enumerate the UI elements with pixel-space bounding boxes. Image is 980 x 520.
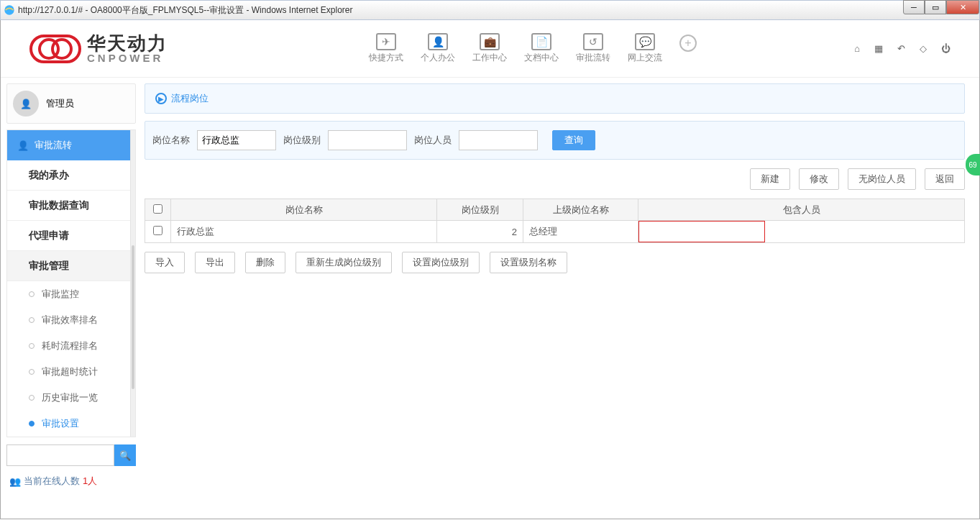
sidebar-item-proxy[interactable]: 代理申请	[7, 221, 135, 251]
topbar: 华天动力 CNPOWER ✈快捷方式 👤个人办公 💼工作中心 📄文档中心 ↺审批…	[1, 20, 979, 78]
window-max-button[interactable]: ▭	[925, 0, 946, 14]
cell-parent: 总经理	[523, 221, 638, 243]
bottom-toolbar: 导入 导出 删除 重新生成岗位级别 设置岗位级别 设置级别名称	[145, 252, 965, 273]
back-button[interactable]: 返回	[925, 168, 965, 190]
nav-quick[interactable]: ✈快捷方式	[369, 33, 403, 64]
nav-add-button[interactable]: +	[679, 35, 697, 52]
setname-button[interactable]: 设置级别名称	[490, 252, 567, 273]
main-panel: ▶ 流程岗位 岗位名称 岗位级别 岗位人员 查询 新建 修改 无岗位人员 返回	[145, 83, 965, 518]
nav-personal[interactable]: 👤个人办公	[421, 33, 455, 64]
power-icon[interactable]: ⏻	[941, 43, 951, 54]
doc-icon: 📄	[531, 33, 551, 50]
reply-icon[interactable]: ↶	[897, 43, 905, 54]
top-icons: ⌂ ▦ ↶ ◇ ⏻	[854, 43, 951, 54]
window-close-button[interactable]: ✕	[946, 0, 979, 14]
sidebar-group-manage[interactable]: 审批管理	[7, 251, 135, 281]
arrow-right-icon: ▶	[155, 93, 167, 104]
toolbar: 新建 修改 无岗位人员 返回	[145, 168, 965, 190]
cell-people-hl	[638, 221, 765, 242]
sidebar-item-myapproval[interactable]: 我的承办	[7, 160, 135, 191]
nav-approval[interactable]: ↺审批流转	[576, 33, 610, 64]
window-min-button[interactable]: ─	[903, 0, 925, 14]
filter-bar: 岗位名称 岗位级别 岗位人员 查询	[145, 121, 965, 160]
col-name: 岗位名称	[171, 199, 437, 221]
edit-button[interactable]: 修改	[799, 168, 839, 190]
home-icon[interactable]: ⌂	[854, 43, 860, 54]
top-nav: ✈快捷方式 👤个人办公 💼工作中心 📄文档中心 ↺审批流转 💬网上交流 +	[369, 33, 697, 64]
user-icon: 👤	[428, 33, 448, 50]
row-checkbox[interactable]	[153, 226, 162, 235]
query-button[interactable]: 查询	[552, 130, 595, 150]
window-title: http://127.0.0.1/# - OA8000平台版_FPLMYSQL5…	[18, 4, 353, 17]
filter-label-person: 岗位人员	[414, 134, 452, 147]
nav-work[interactable]: 💼工作中心	[472, 33, 507, 64]
sidebar-search-input[interactable]	[6, 444, 114, 466]
filter-label-name: 岗位名称	[152, 134, 190, 147]
ie-icon	[4, 4, 15, 16]
search-icon: 🔍	[119, 450, 131, 461]
sidebar-scrollbar[interactable]	[130, 130, 135, 437]
import-button[interactable]: 导入	[145, 252, 185, 273]
sidebar-sub-time[interactable]: 耗时流程排名	[7, 333, 135, 359]
window-titlebar: http://127.0.0.1/# - OA8000平台版_FPLMYSQL5…	[0, 0, 980, 20]
flow-icon: ↺	[583, 33, 603, 50]
sidebar-item-query[interactable]: 审批数据查询	[7, 191, 135, 221]
briefcase-icon: 💼	[480, 33, 500, 50]
sidebar-head[interactable]: 👤审批流转	[7, 130, 135, 160]
data-table: 岗位名称 岗位级别 上级岗位名称 包含人员 行政总监 2 总经理	[145, 199, 965, 243]
sidebar-sub-overtime[interactable]: 审批超时统计	[7, 359, 135, 385]
cell-people	[638, 221, 965, 243]
col-parent: 上级岗位名称	[523, 199, 638, 221]
sidebar-sub-monitor[interactable]: 审批监控	[7, 281, 135, 307]
user-small-icon: 👤	[17, 140, 29, 151]
table-header-row: 岗位名称 岗位级别 上级岗位名称 包含人员	[145, 199, 965, 221]
delete-button[interactable]: 删除	[245, 252, 285, 273]
online-status: 👥 当前在线人数 1人	[6, 475, 136, 488]
filter-input-name[interactable]	[197, 130, 276, 150]
sidebar-scrollbar-thumb[interactable]	[132, 245, 134, 389]
float-badge[interactable]: 69	[966, 154, 980, 175]
setlevel-button[interactable]: 设置岗位级别	[402, 252, 480, 273]
sidebar-search-button[interactable]: 🔍	[114, 444, 136, 466]
sidebar-menu: 👤审批流转 我的承办 审批数据查询 代理申请 审批管理 审批监控 审批效率排名 …	[6, 129, 136, 437]
sidebar-sub-history[interactable]: 历史审批一览	[7, 385, 135, 411]
filter-input-person[interactable]	[459, 130, 538, 150]
new-button[interactable]: 新建	[750, 168, 790, 190]
nav-doc[interactable]: 📄文档中心	[524, 33, 559, 64]
app-frame: 华天动力 CNPOWER ✈快捷方式 👤个人办公 💼工作中心 📄文档中心 ↺审批…	[0, 20, 980, 519]
chat-icon: 💬	[635, 33, 655, 50]
noperson-button[interactable]: 无岗位人员	[848, 168, 916, 190]
sidebar-sub-settings[interactable]: 审批设置	[7, 411, 135, 437]
export-button[interactable]: 导出	[195, 252, 235, 273]
sidebar: 👤 管理员 👤审批流转 我的承办 审批数据查询 代理申请 审批管理 审批监控 审…	[6, 83, 136, 518]
cell-name: 行政总监	[171, 221, 437, 243]
logo-cn: 华天动力	[87, 34, 168, 53]
logo-mark	[29, 35, 81, 63]
logo-en: CNPOWER	[87, 53, 168, 63]
col-level: 岗位级别	[437, 199, 523, 221]
nav-chat[interactable]: 💬网上交流	[628, 33, 662, 64]
col-people: 包含人员	[638, 199, 965, 221]
select-all-checkbox[interactable]	[153, 204, 162, 214]
panel-header: ▶ 流程岗位	[145, 83, 965, 114]
sidebar-sub-efficiency[interactable]: 审批效率排名	[7, 307, 135, 333]
logo: 华天动力 CNPOWER	[29, 34, 168, 63]
regen-button[interactable]: 重新生成岗位级别	[296, 252, 392, 273]
table-row[interactable]: 行政总监 2 总经理	[145, 221, 965, 243]
users-icon: 👥	[9, 476, 21, 487]
paper-plane-icon: ✈	[376, 33, 396, 50]
user-block: 👤 管理员	[6, 83, 136, 124]
user-name: 管理员	[46, 97, 74, 110]
apps-icon[interactable]: ▦	[874, 43, 883, 54]
cell-level: 2	[437, 221, 523, 243]
tshirt-icon[interactable]: ◇	[920, 43, 927, 54]
filter-label-level: 岗位级别	[283, 134, 321, 147]
avatar-icon: 👤	[13, 91, 39, 117]
filter-input-level[interactable]	[328, 130, 407, 150]
panel-title: 流程岗位	[171, 92, 209, 105]
